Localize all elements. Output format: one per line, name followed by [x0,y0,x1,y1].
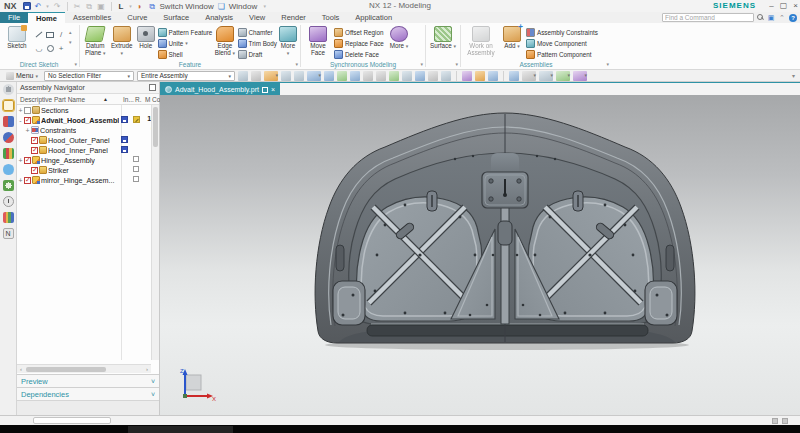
roles-icon[interactable] [3,212,14,223]
tree-row-root-assembly[interactable]: - Advait_Hood_Assembl... 10 [17,115,151,125]
expander-icon[interactable]: + [17,157,24,164]
component-checkbox[interactable] [31,167,38,174]
line-icon[interactable]: / [56,28,66,41]
shell-button[interactable]: Shell [158,49,213,59]
section-checkbox[interactable] [24,107,31,114]
reuse-library-icon[interactable] [3,148,14,159]
minimize-button[interactable]: – [769,0,773,12]
surface-button[interactable]: Surface ▾ [429,25,457,50]
synchronous-more-button[interactable]: More ▾ [388,25,410,50]
tab-application[interactable]: Application [347,12,400,23]
tree-row-constraints[interactable]: + Constraints 6 [17,125,151,135]
offset-region-button[interactable]: Offset Region [334,27,386,37]
find-command-input[interactable] [662,13,754,22]
switch-window-label[interactable]: Switch Window [160,2,214,11]
perspective-icon[interactable] [415,71,425,81]
tree-row-sections[interactable]: + Sections [17,105,151,115]
touch-icon[interactable]: ◗ [136,2,145,11]
copy-icon[interactable]: ⧉ [85,2,94,11]
gallery-up-icon[interactable]: ▴ [69,29,72,35]
windows-taskbar[interactable] [0,425,800,433]
edit-icon[interactable] [441,71,451,81]
part-navigator-icon[interactable] [3,132,14,143]
tab-file[interactable]: File [0,12,28,23]
selection-scope-select[interactable]: Entire Assembly▾ [137,71,235,81]
show-hide-icon[interactable] [488,71,498,81]
window-icon[interactable]: ❏ [217,2,226,11]
move-face-button[interactable]: Move Face [304,25,332,56]
unite-button[interactable]: Unite▾ [158,38,213,48]
preview-section[interactable]: Preview ˅ [17,374,159,387]
command-finder-icon[interactable]: ▣ [767,14,775,22]
extrude-button[interactable]: Extrude ▾ [109,25,133,56]
csys-icon[interactable]: L [117,2,126,11]
pan-icon[interactable] [294,71,304,81]
selection-filter-select[interactable]: No Selection Filter▾ [44,71,134,81]
tree-row-hinge-assembly[interactable]: + Hinge_Assembly 3 [17,155,151,165]
chamfer-button[interactable]: Chamfer [238,27,277,37]
feature-more-button[interactable]: More ▾ [279,25,297,56]
refresh-icon[interactable] [238,71,248,81]
qat-options-dropdown[interactable]: ▾ [260,2,269,11]
rectangle-icon[interactable] [45,28,55,41]
replace-face-button[interactable]: Replace Face [334,38,386,48]
viewport-canvas[interactable]: Z X [160,95,800,415]
taskbar-app-segment[interactable] [128,426,233,433]
help-icon[interactable]: ? [789,14,797,22]
group-dialog-launcher[interactable]: ▾ [420,60,423,69]
arc-icon[interactable] [376,71,386,81]
redo-icon[interactable]: ↷ [53,2,62,11]
gallery-down-icon[interactable]: ▾ [69,39,72,45]
profile-line-icon[interactable] [34,28,44,41]
zoom-icon[interactable] [281,71,291,81]
minimize-ribbon-icon[interactable]: ⌃ [778,14,786,22]
spline-icon[interactable] [389,71,399,81]
gear-icon[interactable] [3,84,14,95]
expander-icon[interactable]: - [17,117,24,124]
tab-view[interactable]: View [241,12,273,23]
constraint-navigator-icon[interactable] [3,116,14,127]
scroll-right-icon[interactable]: › [143,366,151,372]
maximize-button[interactable]: ▢ [780,0,788,12]
tree-row-striker[interactable]: Striker [17,165,151,175]
tab-tools[interactable]: Tools [314,12,348,23]
trim-body-button[interactable]: Trim Body [238,38,277,48]
expander-icon[interactable]: + [17,177,24,184]
arc-icon[interactable]: ◡ [34,42,44,55]
shaded-icon[interactable] [324,71,334,81]
knowledge-fusion-icon[interactable] [3,180,14,191]
expander-icon[interactable]: + [17,107,24,114]
restore-tab-icon[interactable] [262,87,268,93]
effects-dropdown[interactable] [573,71,587,81]
style-dropdown[interactable] [307,71,321,81]
switch-window-icon[interactable]: ⧉ [148,2,157,11]
wireframe-icon[interactable] [337,71,347,81]
component-checkbox[interactable] [31,137,38,144]
component-checkbox[interactable] [31,147,38,154]
fit-window-icon[interactable] [251,71,261,81]
tree-row-mirror-hinge-assembly[interactable]: + mirror_Hinge_Assem... 3 [17,175,151,185]
cut-icon[interactable]: ✂ [73,2,82,11]
tab-surface[interactable]: Surface [155,12,197,23]
tree-row-hood-outer-panel[interactable]: Hood_Outer_Panel [17,135,151,145]
pattern-component-button[interactable]: Pattern Component [526,49,606,59]
chevron-down-icon[interactable]: ˅ [151,378,155,385]
touch-mode-icon[interactable] [462,71,472,81]
system-scenes-icon[interactable]: N [3,228,14,239]
delete-face-button[interactable]: Delete Face [334,49,386,59]
undock-icon[interactable] [149,84,156,91]
tree-row-hood-inner-panel[interactable]: Hood_Inner_Panel [17,145,151,155]
datum-dropdown[interactable] [539,71,553,81]
status-monitor-icon[interactable] [782,418,788,424]
move-component-icon[interactable] [475,71,485,81]
hole-button[interactable]: Hole [136,25,156,50]
chevron-down-icon[interactable]: ˅ [151,391,155,398]
group-dialog-launcher[interactable]: ▾ [606,60,609,69]
scroll-left-icon[interactable]: ‹ [17,366,25,372]
assembly-constraints-button[interactable]: Assembly Constraints [526,27,606,37]
paste-icon[interactable]: ▣ [97,2,106,11]
pattern-feature-button[interactable]: Pattern Feature [158,27,213,37]
line-icon[interactable] [363,71,373,81]
assembly-navigator-icon[interactable] [3,100,14,111]
tab-curve[interactable]: Curve [119,12,155,23]
